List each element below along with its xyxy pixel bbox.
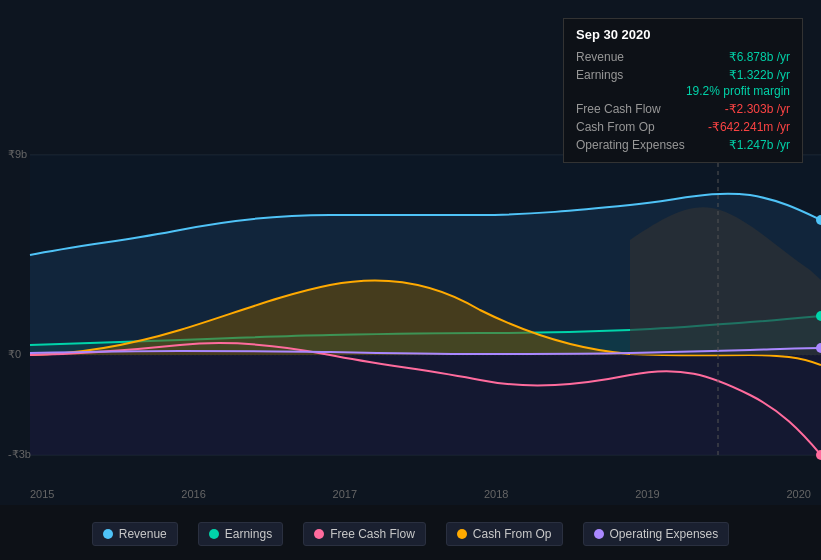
tooltip-profit-margin: 19.2% profit margin [576, 84, 790, 100]
legend-label-opexp: Operating Expenses [610, 527, 719, 541]
legend-item-revenue[interactable]: Revenue [92, 522, 178, 546]
legend-dot-earnings [209, 529, 219, 539]
legend-item-earnings[interactable]: Earnings [198, 522, 283, 546]
legend-dot-cashfromop [457, 529, 467, 539]
tooltip-title: Sep 30 2020 [576, 27, 790, 42]
y-label-mid: ₹0 [8, 348, 21, 361]
legend-label-revenue: Revenue [119, 527, 167, 541]
y-label-bot: -₹3b [8, 448, 31, 461]
x-label-2018: 2018 [484, 488, 508, 500]
tooltip-row-opexp: Operating Expenses ₹1.247b /yr [576, 136, 790, 154]
tooltip-label-earnings: Earnings [576, 68, 623, 82]
legend-dot-revenue [103, 529, 113, 539]
x-label-2015: 2015 [30, 488, 54, 500]
legend-label-fcf: Free Cash Flow [330, 527, 415, 541]
tooltip-value-earnings: ₹1.322b /yr [729, 68, 790, 82]
tooltip-value-opexp: ₹1.247b /yr [729, 138, 790, 152]
legend-item-opexp[interactable]: Operating Expenses [583, 522, 730, 546]
tooltip-label-revenue: Revenue [576, 50, 624, 64]
tooltip-row-cashfromop: Cash From Op -₹642.241m /yr [576, 118, 790, 136]
x-axis-labels: 2015 2016 2017 2018 2019 2020 [30, 488, 811, 500]
x-label-2020: 2020 [786, 488, 810, 500]
tooltip-label-cashfromop: Cash From Op [576, 120, 655, 134]
x-label-2017: 2017 [333, 488, 357, 500]
legend-label-cashfromop: Cash From Op [473, 527, 552, 541]
tooltip-value-cashfromop: -₹642.241m /yr [708, 120, 790, 134]
x-label-2016: 2016 [181, 488, 205, 500]
tooltip-value-fcf: -₹2.303b /yr [725, 102, 790, 116]
tooltip-row-fcf: Free Cash Flow -₹2.303b /yr [576, 100, 790, 118]
legend-dot-fcf [314, 529, 324, 539]
tooltip-value-revenue: ₹6.878b /yr [729, 50, 790, 64]
tooltip-label-fcf: Free Cash Flow [576, 102, 661, 116]
tooltip-label-opexp: Operating Expenses [576, 138, 685, 152]
y-label-top: ₹9b [8, 148, 27, 161]
legend-item-fcf[interactable]: Free Cash Flow [303, 522, 426, 546]
profit-margin-value: 19.2% profit margin [686, 84, 790, 98]
data-tooltip: Sep 30 2020 Revenue ₹6.878b /yr Earnings… [563, 18, 803, 163]
legend-dot-opexp [594, 529, 604, 539]
x-label-2019: 2019 [635, 488, 659, 500]
chart-legend: Revenue Earnings Free Cash Flow Cash Fro… [0, 522, 821, 546]
tooltip-row-revenue: Revenue ₹6.878b /yr [576, 48, 790, 66]
legend-item-cashfromop[interactable]: Cash From Op [446, 522, 563, 546]
legend-label-earnings: Earnings [225, 527, 272, 541]
tooltip-row-earnings: Earnings ₹1.322b /yr [576, 66, 790, 84]
